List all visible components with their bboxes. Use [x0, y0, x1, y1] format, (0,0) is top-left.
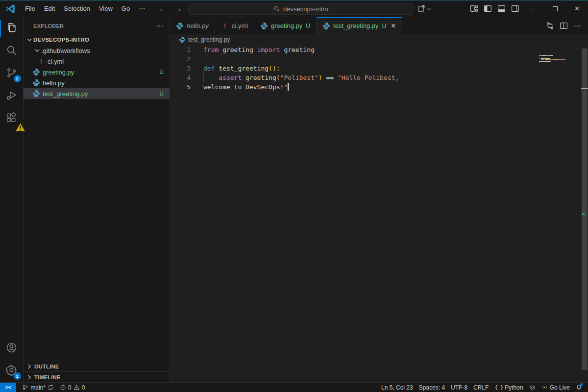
- maximize-button[interactable]: [544, 0, 566, 17]
- menu-[interactable]: ⋯: [134, 3, 149, 14]
- copilot-status[interactable]: [526, 383, 539, 392]
- python-file-icon: [176, 22, 184, 30]
- breadcrumb-file: test_greeting.py: [188, 36, 230, 43]
- tree-item-label: hello.py: [43, 79, 65, 87]
- sidebar-panels: OUTLINETIMELINE: [24, 361, 170, 382]
- line-content[interactable]: from greeting import greeting: [203, 45, 537, 54]
- activity-source-control[interactable]: 2: [0, 62, 24, 85]
- activity-run-debug[interactable]: [0, 85, 24, 107]
- close-window-button[interactable]: ✕: [566, 0, 588, 17]
- code-line-3[interactable]: 3def test_greeting():: [170, 64, 537, 73]
- tree-item--github-workflows[interactable]: .github\workflows: [24, 45, 170, 56]
- line-content[interactable]: assert greeting("Polibest") == "Hello Po…: [203, 73, 537, 82]
- back-arrow-icon[interactable]: ←: [157, 4, 169, 13]
- problems-status[interactable]: 0 0: [57, 383, 88, 392]
- chevron-right-icon: [25, 363, 33, 370]
- line-number: 5: [170, 82, 191, 92]
- explorer-title: EXPLORER: [33, 23, 64, 29]
- menu-file[interactable]: File: [21, 3, 40, 14]
- tree-item-hello-py[interactable]: hello.py: [24, 77, 170, 88]
- line-content[interactable]: welcome to DevSecOps!": [203, 82, 537, 92]
- tab-test-greeting-py[interactable]: test_greeting.pyU✕: [317, 17, 402, 34]
- git-branch-status[interactable]: main*: [19, 383, 57, 392]
- remote-indicator[interactable]: ><: [0, 383, 16, 392]
- minimap-line: [539, 56, 581, 57]
- activity-extensions[interactable]: [0, 107, 24, 130]
- title-bar: FileEditSelectionViewGo⋯ ← → devsecops-i…: [0, 0, 588, 17]
- minimap-line: [539, 61, 581, 62]
- code-line-4[interactable]: 4 assert greeting("Polibest") == "Hello …: [170, 73, 537, 82]
- account-icon: [5, 342, 18, 356]
- code-line-5[interactable]: 5welcome to DevSecOps!": [170, 82, 537, 92]
- encoding-status[interactable]: UTF-8: [448, 383, 470, 392]
- tree-item-test-greeting-py[interactable]: test_greeting.pyU: [24, 88, 170, 99]
- line-content[interactable]: [203, 54, 537, 64]
- tree-item-label: greeting.py: [43, 69, 74, 76]
- command-center[interactable]: devsecops-intro: [188, 3, 414, 15]
- sidebar-panel-label: TIMELINE: [34, 374, 61, 380]
- menu-view[interactable]: View: [95, 3, 117, 14]
- branch-name: main*: [30, 384, 46, 391]
- cursor-position-status[interactable]: Ln 5, Col 23: [378, 383, 416, 392]
- activity-account[interactable]: [0, 337, 24, 360]
- tab-greeting-py[interactable]: greeting.pyU: [254, 17, 317, 34]
- forward-arrow-icon[interactable]: →: [172, 4, 184, 13]
- tree-item-label: ci.yml: [48, 58, 64, 65]
- customize-layout-icon[interactable]: [467, 0, 481, 17]
- menu-go[interactable]: Go: [117, 3, 134, 14]
- activity-search[interactable]: [0, 40, 24, 62]
- python-file-icon: [179, 36, 186, 43]
- tab-label: test_greeting.py: [333, 22, 379, 29]
- close-tab-icon[interactable]: ✕: [391, 22, 396, 29]
- code-line-1[interactable]: 1from greeting import greeting: [170, 45, 537, 54]
- line-number: 2: [170, 54, 191, 64]
- language-mode-status[interactable]: { } Python: [491, 383, 526, 392]
- tree-item-devsecops-intro[interactable]: DEVSECOPS-INTRO: [24, 34, 170, 45]
- split-editor-icon[interactable]: [558, 20, 569, 32]
- branch-icon: [22, 384, 28, 391]
- overview-cursor-mark: [581, 88, 588, 89]
- copilot-icon: [529, 384, 536, 391]
- tree-item-greeting-py[interactable]: greeting.pyU: [24, 67, 170, 77]
- more-actions-icon[interactable]: ⋯: [571, 20, 583, 32]
- line-content[interactable]: def test_greeting():: [203, 64, 537, 73]
- notifications-status[interactable]: [573, 383, 588, 392]
- menu-edit[interactable]: Edit: [40, 3, 59, 14]
- menu-selection[interactable]: Selection: [59, 3, 94, 14]
- tab-label: greeting.py: [271, 22, 302, 29]
- sidebar-panel-timeline[interactable]: TIMELINE: [24, 371, 170, 382]
- code-editor[interactable]: 1from greeting import greeting23def test…: [170, 45, 537, 382]
- layout-control-dropdown[interactable]: [417, 5, 431, 13]
- vertical-scrollbar[interactable]: [581, 45, 588, 382]
- braces-icon: { }: [494, 384, 503, 391]
- tab-label: ci.yml: [232, 22, 248, 29]
- indentation-status[interactable]: Spaces: 4: [416, 383, 448, 392]
- minimap-line: [539, 58, 581, 59]
- yaml-file-icon: !: [221, 22, 229, 30]
- scrollbar-thumb[interactable]: [582, 49, 588, 370]
- minimize-button[interactable]: –: [522, 0, 544, 17]
- tab-ci-yml[interactable]: !ci.yml: [215, 17, 254, 34]
- explorer-more-actions-icon[interactable]: ⋯: [156, 22, 164, 30]
- vscode-logo-icon: [5, 3, 16, 14]
- python-file-icon: [32, 90, 40, 98]
- sidebar-panel-outline[interactable]: OUTLINE: [24, 361, 170, 371]
- toggle-secondary-sidebar-icon[interactable]: [508, 0, 522, 17]
- activity-explorer[interactable]: [0, 17, 24, 40]
- compare-changes-icon[interactable]: [544, 20, 556, 32]
- tab-hello-py[interactable]: hello.py: [170, 17, 215, 34]
- toggle-panel-icon[interactable]: [494, 0, 508, 17]
- tree-item-ci-yml[interactable]: !ci.yml: [24, 56, 170, 67]
- code-line-2[interactable]: 2: [170, 54, 537, 64]
- eol-status[interactable]: CRLF: [470, 383, 491, 392]
- go-live-status[interactable]: Go Live: [539, 383, 573, 392]
- file-tree: DEVSECOPS-INTRO.github\workflows!ci.ymlg…: [24, 34, 170, 99]
- vscode-window: FileEditSelectionViewGo⋯ ← → devsecops-i…: [0, 0, 588, 392]
- minimap[interactable]: [537, 45, 581, 382]
- status-bar: >< main* 0 0 Ln 5, Col 23 Spaces: 4 UTF-…: [0, 382, 588, 392]
- sync-icon[interactable]: [48, 384, 54, 391]
- activity-settings[interactable]: 1: [0, 360, 24, 382]
- toggle-sidebar-icon[interactable]: [481, 0, 494, 17]
- breadcrumb[interactable]: test_greeting.py: [170, 34, 588, 45]
- text-cursor: [288, 83, 289, 91]
